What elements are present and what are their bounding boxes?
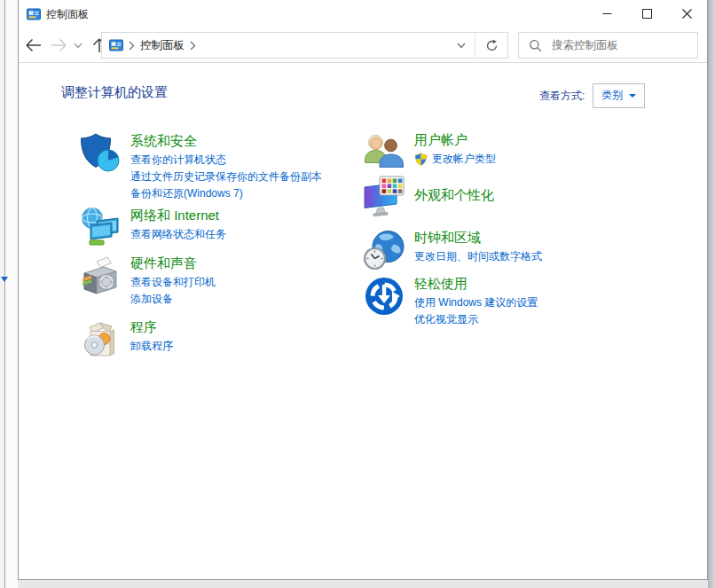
search-box[interactable] (518, 32, 698, 59)
category-appearance-personalization: 外观和个性化 (363, 175, 494, 217)
link-review-computer-status[interactable]: 查看你的计算机状态 (130, 152, 226, 169)
link-add-device[interactable]: 添加设备 (130, 291, 173, 308)
uac-shield-icon (414, 153, 428, 166)
category-programs: 程序 卸载程序 (79, 318, 173, 361)
category-ease-of-access: 轻松使用 使用 Windows 建议的设置 优化视觉显示 (363, 275, 538, 328)
view-by-value: 类别 (601, 88, 623, 103)
breadcrumb-control-panel-icon (109, 38, 123, 52)
category-clock-region: 时钟和区域 更改日期、时间或数字格式 (363, 229, 542, 271)
forward-button[interactable] (47, 32, 70, 59)
category-system-security: 系统和安全 查看你的计算机状态 通过文件历史记录保存你的文件备份副本 备份和还原… (79, 132, 322, 202)
view-by-dropdown[interactable]: 类别 (593, 83, 645, 108)
back-arrow-icon (25, 38, 42, 52)
control-panel-icon (27, 7, 41, 21)
refresh-button[interactable] (475, 33, 507, 58)
printer-icon (79, 255, 122, 297)
maximize-icon (642, 9, 652, 19)
breadcrumb-chevron-icon[interactable] (190, 41, 196, 51)
window-shadow (708, 0, 715, 588)
back-button[interactable] (20, 32, 45, 59)
category-title-system-security[interactable]: 系统和安全 (130, 132, 197, 150)
forward-arrow-icon (51, 38, 67, 52)
category-title-network-internet[interactable]: 网络和 Internet (130, 207, 219, 224)
background-window-fill (5, 0, 18, 588)
minimize-icon (602, 9, 612, 19)
category-network-internet: 网络和 Internet 查看网络状态和任务 (79, 207, 226, 249)
maximize-button[interactable] (627, 0, 667, 27)
titlebar[interactable]: 控制面板 (19, 0, 707, 28)
category-title-programs[interactable]: 程序 (130, 318, 157, 336)
search-input[interactable] (552, 39, 685, 51)
network-globe-monitors-icon (79, 207, 122, 249)
category-hardware-sound: 硬件和声音 查看设备和打印机 添加设备 (79, 255, 216, 308)
refresh-icon (485, 39, 499, 52)
link-view-network-status[interactable]: 查看网络状态和任务 (130, 226, 226, 243)
link-suggested-settings[interactable]: 使用 Windows 建议的设置 (414, 294, 538, 311)
navigation-toolbar: 控制面板 (19, 28, 707, 63)
category-title-appearance[interactable]: 外观和个性化 (414, 186, 494, 204)
ease-of-access-icon (363, 275, 405, 318)
view-by-label: 查看方式: (539, 89, 585, 104)
control-panel-window: 控制面板 (18, 0, 708, 580)
background-blue-marker-icon (1, 277, 8, 282)
window-title: 控制面板 (46, 7, 89, 22)
minimize-button[interactable] (587, 0, 627, 27)
link-view-devices-printers[interactable]: 查看设备和打印机 (130, 274, 216, 291)
link-file-history-backup[interactable]: 通过文件历史记录保存你的文件备份副本 (130, 169, 322, 185)
address-bar[interactable]: 控制面板 (101, 32, 508, 59)
triangle-down-icon (629, 94, 636, 98)
caption-buttons (587, 0, 707, 27)
category-title-user-accounts[interactable]: 用户帐户 (414, 131, 468, 149)
breadcrumb-chevron-icon[interactable] (129, 41, 135, 51)
category-title-clock-region[interactable]: 时钟和区域 (414, 229, 481, 247)
software-box-cd-icon (79, 318, 122, 361)
recent-locations-dropdown[interactable] (70, 32, 86, 59)
category-title-ease-of-access[interactable]: 轻松使用 (414, 275, 468, 293)
chevron-down-icon (457, 43, 466, 49)
system-security-shield-icon (79, 132, 122, 175)
link-change-date-time-number[interactable]: 更改日期、时间或数字格式 (414, 248, 542, 265)
close-button[interactable] (667, 0, 707, 27)
category-title-hardware-sound[interactable]: 硬件和声音 (130, 255, 197, 272)
search-icon (529, 39, 542, 52)
address-dropdown-button[interactable] (448, 33, 475, 58)
page-title: 调整计算机的设置 (61, 84, 168, 101)
background-window-edge (0, 0, 18, 588)
breadcrumb-control-panel[interactable]: 控制面板 (140, 38, 185, 53)
chevron-down-icon (74, 43, 82, 49)
view-by-control: 查看方式: 类别 (539, 83, 645, 108)
monitor-palette-icon (363, 175, 405, 217)
link-uninstall-program[interactable]: 卸载程序 (130, 338, 173, 355)
link-backup-restore-windows7[interactable]: 备份和还原(Windows 7) (130, 185, 243, 202)
control-panel-home: 调整计算机的设置 查看方式: 类别 系统和安全 查看你的计算机状态 通过文件历史… (19, 64, 707, 579)
link-optimize-visual-display[interactable]: 优化视觉显示 (414, 311, 478, 328)
close-icon (682, 9, 692, 19)
two-users-icon (363, 131, 405, 174)
category-user-accounts: 用户帐户 更改帐户类型 (363, 131, 496, 174)
globe-clock-icon (363, 229, 405, 271)
link-change-account-type[interactable]: 更改帐户类型 (432, 151, 496, 168)
